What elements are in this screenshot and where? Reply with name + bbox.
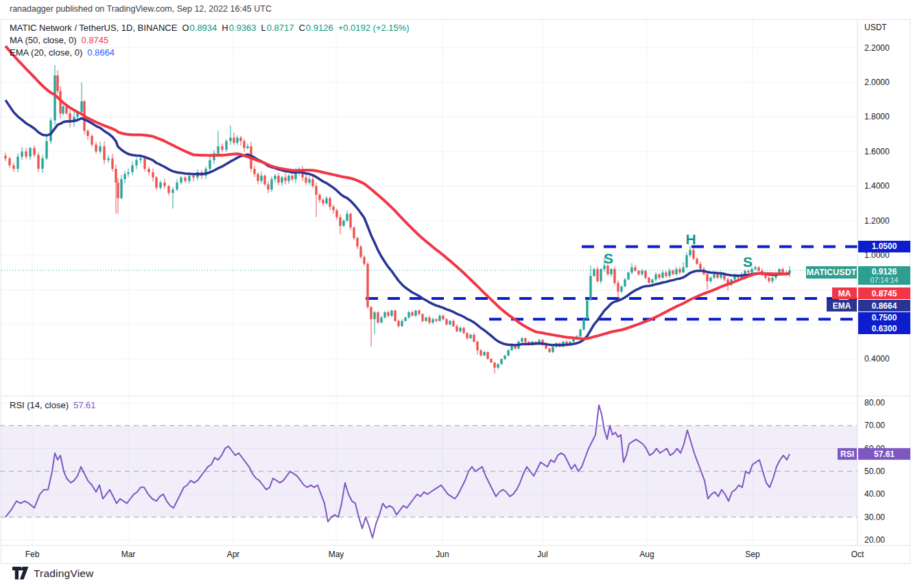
- svg-text:Jul: Jul: [537, 550, 547, 559]
- svg-text:1.6000: 1.6000: [864, 147, 890, 156]
- rsi-value: 57.61: [73, 400, 96, 410]
- ema-legend[interactable]: EMA (20, close, 0) 0.8664: [10, 47, 115, 58]
- high-value: 0.9363: [229, 23, 257, 33]
- level-badge-0.6300: 0.6300: [858, 323, 910, 334]
- svg-text:MATICUSDT: MATICUSDT: [807, 268, 857, 277]
- ma-value-badge: 0.8745: [858, 287, 910, 299]
- close-value: 0.9126: [306, 23, 333, 33]
- svg-text:2.0000: 2.0000: [864, 78, 890, 87]
- svg-text:1.4000: 1.4000: [864, 181, 890, 191]
- tradingview-wordmark: TradingView: [34, 567, 94, 580]
- svg-text:Aug: Aug: [639, 550, 654, 559]
- low-value: 0.8717: [267, 23, 294, 33]
- open-value: 0.8934: [190, 23, 217, 33]
- rsi-legend[interactable]: RSI (14, close) 57.61: [10, 400, 96, 410]
- tradingview-logo-icon: [12, 567, 29, 580]
- symbol-title: MATIC Network / TetherUS, 1D, BINANCE: [10, 23, 177, 33]
- svg-text:Jun: Jun: [436, 550, 449, 559]
- tradingview-footer-link[interactable]: TradingView: [12, 567, 94, 580]
- level-badge-1.0500: 1.0500: [858, 241, 910, 252]
- svg-text:0.7500: 0.7500: [872, 313, 897, 322]
- svg-text:1.8000: 1.8000: [864, 112, 890, 121]
- svg-text:0.9126: 0.9126: [872, 267, 897, 277]
- attribution-bar: ranadagger published on TradingView.com,…: [10, 4, 272, 14]
- rsi-label: RSI (14, close): [10, 400, 69, 410]
- close-label: C: [298, 23, 305, 33]
- ema-label: EMA (20, close, 0): [10, 47, 82, 58]
- svg-text:USDT: USDT: [864, 23, 887, 32]
- svg-text:50.00: 50.00: [864, 467, 885, 476]
- rsi-value-badge: 57.61: [858, 448, 910, 460]
- svg-text:Apr: Apr: [227, 550, 240, 559]
- svg-text:Sep: Sep: [745, 550, 760, 559]
- svg-text:1.2000: 1.2000: [864, 216, 890, 226]
- high-label: H: [222, 23, 228, 33]
- published-chart-page: SHSUSDT2.20002.00001.80001.60001.40001.2…: [0, 0, 911, 588]
- svg-text:0.8664: 0.8664: [872, 301, 897, 311]
- main-series-legend[interactable]: MATIC Network / TetherUS, 1D, BINANCE O0…: [10, 23, 410, 33]
- annotation-S[interactable]: S: [604, 250, 613, 266]
- svg-text:0.4000: 0.4000: [864, 354, 890, 364]
- svg-text:57.61: 57.61: [874, 449, 895, 459]
- open-label: O: [182, 23, 189, 33]
- svg-text:0.6300: 0.6300: [872, 324, 897, 333]
- ema-value: 0.8664: [87, 47, 115, 58]
- ma-label: MA (50, close, 0): [10, 35, 77, 45]
- svg-text:MA: MA: [838, 289, 851, 298]
- ema-name-badge: EMA: [827, 300, 857, 311]
- ma-name-badge: MA: [832, 287, 857, 299]
- svg-text:RSI: RSI: [840, 449, 854, 459]
- rsi-name-badge: RSI: [838, 448, 857, 460]
- svg-text:0.8745: 0.8745: [872, 289, 897, 298]
- change-value: +0.0192 (+2.15%): [338, 23, 410, 33]
- annotation-H[interactable]: H: [685, 231, 696, 247]
- svg-text:30.00: 30.00: [864, 513, 885, 522]
- chart-canvas[interactable]: SHSUSDT2.20002.00001.80001.60001.40001.2…: [0, 0, 911, 588]
- svg-text:20.00: 20.00: [864, 535, 885, 545]
- svg-text:Oct: Oct: [851, 550, 864, 559]
- svg-text:70.00: 70.00: [864, 421, 885, 430]
- last-price-badge: 0.912607:14:14: [858, 266, 910, 285]
- ma-value: 0.8745: [82, 35, 109, 45]
- svg-text:EMA: EMA: [833, 301, 851, 311]
- svg-text:May: May: [329, 550, 344, 559]
- svg-text:1.0500: 1.0500: [872, 242, 897, 251]
- level-badge-0.7500: 0.7500: [858, 312, 910, 323]
- svg-text:2.2000: 2.2000: [864, 43, 890, 53]
- svg-text:07:14:14: 07:14:14: [871, 276, 899, 284]
- svg-text:40.00: 40.00: [864, 489, 885, 499]
- svg-text:Feb: Feb: [25, 550, 40, 559]
- symbol-name-badge: MATICUSDT: [806, 266, 857, 279]
- ma-legend[interactable]: MA (50, close, 0) 0.8745: [10, 35, 108, 45]
- ema-value-badge: 0.8664: [858, 300, 910, 311]
- svg-text:80.00: 80.00: [864, 398, 885, 408]
- svg-text:Mar: Mar: [121, 550, 136, 559]
- low-label: L: [261, 23, 265, 33]
- annotation-S[interactable]: S: [743, 254, 753, 270]
